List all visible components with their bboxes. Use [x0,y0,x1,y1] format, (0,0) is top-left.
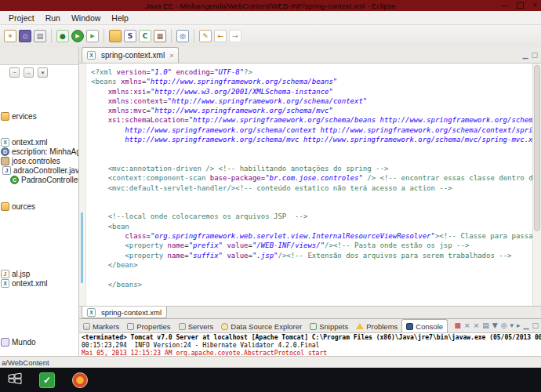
properties-tab-icon [127,323,134,330]
panel-tab-servers[interactable]: Servers [175,320,218,332]
menu-item-help[interactable]: Help [106,13,134,23]
title-bar[interactable]: Java EE - MinhaAgenda/WebContent/WEB-INF… [0,0,541,11]
remove-launch-icon[interactable]: × [464,321,470,330]
code-line: <?xml version="1.0" encoding="UTF-8"?> [91,67,532,77]
toolbar-separator [171,29,172,43]
folder-icon [1,112,9,121]
new-package-icon[interactable]: ▦ [154,30,166,42]
terminate-icon[interactable]: ■ [455,321,462,330]
new-class-icon[interactable]: C [139,30,151,42]
minimize-icon[interactable] [502,5,508,6]
tree-item[interactable]: Mundo [1,337,36,347]
xml-file-icon: X [87,51,96,60]
java-icon: J [2,166,11,175]
code-line: <beans xmlns="http://www.springframework… [91,77,532,86]
project-explorer[interactable]: − ↔ ▾ ervicesXontext.xmlDescription: Min… [0,47,79,357]
window-controls: × [502,0,537,11]
tree-item[interactable]: Jal.jsp [1,269,30,278]
menu-item-run[interactable]: Run [40,13,66,23]
code-line: <bean [91,222,532,231]
pin-console-icon[interactable]: ◎ [501,321,507,330]
link-with-editor-icon[interactable]: ↔ [24,67,34,78]
window-title: Java EE - MinhaAgenda/WebContent/WEB-INF… [145,2,395,10]
open-console-icon[interactable]: ▸ [517,321,521,330]
main-toolbar: ✶▫▤●▶▶SC▦◎✎←→ [0,25,541,48]
xml-editor[interactable]: <?xml version="1.0" encoding="UTF-8"?><b… [79,64,541,306]
scrollbar-thumb[interactable] [534,65,540,231]
maximize-icon[interactable] [517,2,524,9]
new-project-icon[interactable] [109,30,122,42]
snippets-tab-icon [310,323,317,330]
panel-tab-console[interactable]: Console [401,319,448,332]
tree-item[interactable]: Xontext.xml [1,278,48,288]
editor-tab-bar: X spring-context.xml × ▁ ▢ [79,47,541,64]
tree-item[interactable]: Description: MinhaAgenda [1,147,79,156]
editor-scrollbar[interactable] [532,64,541,306]
status-bar: a/WebContent [0,356,541,368]
editor-tab-spring-context[interactable]: X spring-context.xml × [82,47,179,63]
panel-tab-snippets[interactable]: Snippets [306,320,352,332]
tree-item[interactable]: ervices [1,111,37,121]
remove-all-launches-icon[interactable]: × [474,321,480,330]
panel-tab-label: Data Source Explorer [231,322,302,331]
forward-icon[interactable]: → [229,30,241,42]
code-line [91,144,532,154]
tree-item-label: al.jsp [12,270,30,278]
data-source-tab-icon [221,323,228,330]
new-icon[interactable]: ✶ [4,30,16,42]
tree-item[interactable]: jose.controles [1,156,60,165]
external-tools-icon[interactable]: ▶ [86,30,99,42]
console-output[interactable]: <terminated> Tomcat v7.0 Server at local… [79,332,541,357]
new-servlet-icon[interactable]: S [124,30,136,42]
maximize-panel-icon[interactable]: ▢ [532,321,539,330]
xml-file-icon: X [87,308,96,317]
code-line: <!--local onde colocaremos os arquivos J… [91,212,532,221]
code-line: http://www.springframework.org/schema/mv… [91,135,532,144]
tree-item[interactable]: ources [1,201,35,211]
taskbar: ✓ [0,368,541,392]
collapse-all-icon[interactable]: − [9,67,20,78]
minimize-view-icon[interactable]: ▁ [523,50,528,60]
search-icon[interactable]: ◎ [176,30,189,42]
editor-gutter[interactable] [79,64,86,306]
tree-item[interactable]: JadraoController.java [2,165,79,175]
code-line [91,202,532,212]
markers-tab-icon [83,323,90,330]
display-selected-console-icon[interactable]: ▾ [510,321,514,330]
view-menu-icon[interactable]: ▾ [38,67,48,78]
code-area[interactable]: <?xml version="1.0" encoding="UTF-8"?><b… [86,64,532,306]
menu-item-window[interactable]: Window [66,13,106,23]
tree-item[interactable]: Xontext.xml [1,137,48,147]
panel-tab-markers[interactable]: Markers [79,320,123,332]
taskbar-green-app-icon[interactable]: ✓ [39,372,55,388]
workbench: − ↔ ▾ ervicesXontext.xmlDescription: Min… [0,47,541,357]
taskbar-orange-app-icon[interactable] [72,372,88,388]
panel-tab-data-source[interactable]: Data Source Explorer [217,320,306,332]
print-icon[interactable]: ▤ [34,30,46,42]
tree-item-label: escription: MinhaAgenda [12,147,79,156]
debug-icon[interactable]: ● [56,30,69,42]
windows-flag-icon [8,372,22,385]
last-edit-icon[interactable]: ✎ [199,30,212,42]
back-icon[interactable]: ← [214,30,227,42]
panel-tab-label: Console [416,322,443,331]
panel-tab-problems[interactable]: Problems [352,320,401,332]
package-icon [1,157,9,165]
panel-tab-properties[interactable]: Properties [123,320,174,332]
close-icon[interactable]: × [532,2,537,9]
menu-item-project[interactable]: Project [3,13,40,23]
tab-close-icon[interactable]: × [169,52,173,60]
editor-bottom-tab[interactable]: X spring-context.xml [82,307,167,318]
jsp-icon: J [1,270,9,278]
tree-item[interactable]: CPadraoController [10,175,79,184]
run-icon[interactable]: ▶ [71,30,84,42]
maximize-view-icon[interactable]: ▢ [531,50,538,60]
start-button[interactable] [8,372,22,388]
clear-console-icon[interactable]: ▤ [482,321,489,330]
panel-tab-label: Properties [136,322,170,331]
scroll-lock-icon[interactable]: ▼ [492,321,498,330]
save-icon[interactable]: ▫ [19,30,31,42]
descriptor-icon: D [1,147,9,156]
minimize-panel-icon[interactable]: ▁ [524,321,529,330]
code-line: class="org.springframework.web.servlet.v… [91,231,532,241]
